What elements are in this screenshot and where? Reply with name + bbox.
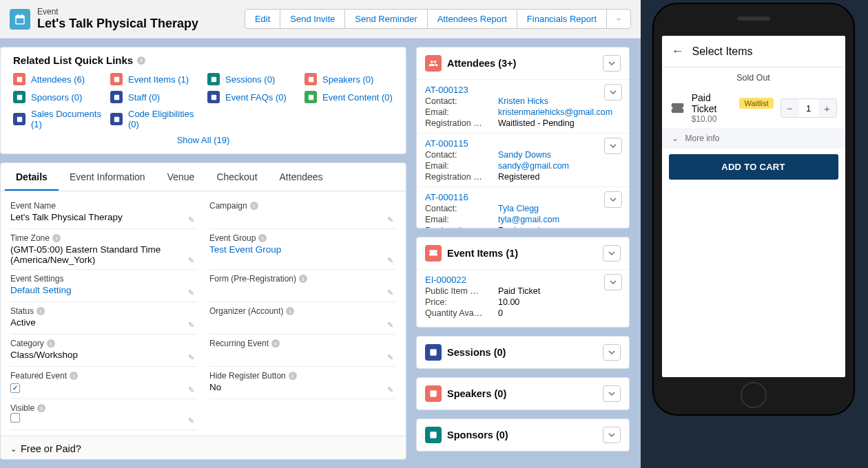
- checkbox[interactable]: [10, 383, 20, 393]
- contact-link[interactable]: Kristen Hicks: [498, 96, 548, 106]
- row-menu-button[interactable]: [604, 274, 622, 290]
- tab-venue[interactable]: Venue: [156, 163, 206, 191]
- detail-field[interactable]: Event Group iTest Event Group✎: [209, 229, 396, 270]
- email-link[interactable]: sandy@gmail.com: [498, 161, 569, 171]
- info-icon[interactable]: i: [70, 372, 78, 380]
- detail-field[interactable]: Hide Register Button iNo✎: [209, 367, 396, 399]
- detail-field[interactable]: Time Zone i(GMT-05:00) Eastern Standard …: [10, 229, 197, 270]
- detail-field[interactable]: Visible i✎: [10, 399, 197, 430]
- widget-menu-button[interactable]: [603, 344, 621, 361]
- detail-field[interactable]: Form (Pre-Registration) i✎: [209, 270, 396, 302]
- detail-field[interactable]: Event SettingsDefault Setting✎: [10, 270, 197, 302]
- tab-event-information[interactable]: Event Information: [59, 163, 156, 191]
- pencil-icon[interactable]: ✎: [188, 215, 194, 224]
- pencil-icon[interactable]: ✎: [387, 256, 393, 265]
- contact-link[interactable]: Sandy Downs: [498, 150, 551, 160]
- pencil-icon[interactable]: ✎: [188, 385, 194, 394]
- row-menu-button[interactable]: [604, 191, 622, 208]
- detail-field[interactable]: Category iClass/Workshop✎: [10, 334, 197, 367]
- quick-link-label[interactable]: Sales Documents (1): [31, 109, 102, 129]
- quick-link-item[interactable]: Event Content (0): [304, 91, 393, 103]
- info-icon[interactable]: i: [52, 234, 61, 242]
- detail-field[interactable]: Featured Event i✎: [10, 367, 197, 399]
- info-icon[interactable]: i: [289, 372, 297, 380]
- financials-report-button[interactable]: Financials Report: [517, 9, 607, 29]
- info-icon[interactable]: i: [286, 307, 294, 315]
- pencil-icon[interactable]: ✎: [188, 321, 194, 330]
- email-link[interactable]: tyla@gmail.com: [498, 215, 559, 224]
- attendees-report-button[interactable]: Attendees Report: [427, 9, 517, 29]
- attendee-id-link[interactable]: AT-000123: [425, 85, 468, 95]
- quick-link-item[interactable]: Speakers (0): [304, 73, 393, 85]
- info-icon[interactable]: i: [271, 339, 280, 348]
- detail-field[interactable]: Recurring Event i✎: [209, 334, 396, 367]
- tab-attendees[interactable]: Attendees: [269, 163, 334, 191]
- pencil-icon[interactable]: ✎: [188, 353, 194, 362]
- quick-link-item[interactable]: Sales Documents (1): [13, 109, 102, 129]
- quick-link-label[interactable]: Sponsors (0): [31, 92, 82, 103]
- quick-link-label[interactable]: Event Items (1): [128, 74, 189, 85]
- quick-link-item[interactable]: Sessions (0): [207, 73, 296, 85]
- tab-details[interactable]: Details: [5, 163, 59, 191]
- detail-field[interactable]: Status iActive✎: [10, 302, 197, 334]
- quick-link-label[interactable]: Staff (0): [128, 92, 160, 103]
- quick-link-item[interactable]: Event Items (1): [110, 73, 199, 85]
- chevron-down-icon: ⌄: [672, 134, 679, 143]
- row-menu-button[interactable]: [604, 138, 622, 154]
- tab-checkout[interactable]: Checkout: [205, 163, 268, 191]
- quick-link-item[interactable]: Sponsors (0): [13, 91, 102, 103]
- pencil-icon[interactable]: ✎: [387, 385, 393, 394]
- more-actions-button[interactable]: [606, 9, 631, 29]
- email-link[interactable]: kristenmariehicks@gmail.com: [498, 107, 612, 117]
- qty-increment-button[interactable]: +: [818, 99, 836, 117]
- more-info-row[interactable]: ⌄ More info: [662, 128, 845, 149]
- pencil-icon[interactable]: ✎: [387, 353, 393, 362]
- detail-field[interactable]: Organizer (Account) i✎: [209, 302, 396, 334]
- send-reminder-button[interactable]: Send Reminder: [344, 9, 427, 29]
- section-free-or-paid[interactable]: ⌄ Free or Paid?: [1, 436, 406, 460]
- pencil-icon[interactable]: ✎: [387, 215, 393, 224]
- quick-link-label[interactable]: Speakers (0): [322, 74, 373, 85]
- pencil-icon[interactable]: ✎: [188, 256, 194, 265]
- pencil-icon[interactable]: ✎: [387, 288, 393, 297]
- add-to-cart-button[interactable]: ADD TO CART: [669, 154, 838, 180]
- quick-link-label[interactable]: Event FAQs (0): [225, 92, 287, 103]
- attendee-id-link[interactable]: AT-000116: [425, 192, 468, 202]
- phone-home-button[interactable]: [741, 382, 767, 408]
- info-icon[interactable]: i: [137, 56, 145, 65]
- quick-link-item[interactable]: Event FAQs (0): [207, 91, 296, 103]
- show-all-link[interactable]: Show All (19): [177, 135, 230, 145]
- qty-decrement-button[interactable]: −: [781, 99, 799, 117]
- widget-menu-button[interactable]: [603, 427, 621, 443]
- quick-link-label[interactable]: Event Content (0): [322, 92, 393, 103]
- registration-status: Registered: [498, 226, 539, 228]
- info-icon[interactable]: i: [37, 404, 45, 412]
- attendee-id-link[interactable]: AT-000115: [425, 138, 468, 149]
- quick-link-label[interactable]: Code Eligibilities (0): [128, 109, 199, 129]
- edit-button[interactable]: Edit: [245, 9, 280, 29]
- event-item-id-link[interactable]: EI-000022: [425, 275, 466, 285]
- quick-link-item[interactable]: Code Eligibilities (0): [110, 109, 199, 129]
- info-icon[interactable]: i: [299, 275, 307, 283]
- detail-field[interactable]: Event NameLet's Talk Physical Therapy✎: [10, 197, 197, 229]
- checkbox[interactable]: [10, 413, 20, 423]
- pencil-icon[interactable]: ✎: [188, 288, 194, 297]
- send-invite-button[interactable]: Send Invite: [280, 9, 345, 29]
- detail-field[interactable]: Campaign i✎: [209, 197, 396, 229]
- info-icon[interactable]: i: [37, 307, 45, 315]
- widget-menu-button[interactable]: [603, 385, 621, 402]
- event-items-menu-button[interactable]: [603, 245, 621, 262]
- pencil-icon[interactable]: ✎: [188, 416, 194, 425]
- row-menu-button[interactable]: [604, 84, 622, 100]
- info-icon[interactable]: i: [258, 234, 267, 242]
- info-icon[interactable]: i: [250, 202, 258, 210]
- quick-link-item[interactable]: Staff (0): [110, 91, 199, 103]
- pencil-icon[interactable]: ✎: [387, 321, 393, 330]
- attendees-menu-button[interactable]: [603, 55, 621, 72]
- back-arrow-icon[interactable]: ←: [672, 44, 684, 58]
- quick-link-label[interactable]: Attendees (6): [31, 74, 85, 85]
- contact-link[interactable]: Tyla Clegg: [498, 204, 539, 213]
- quick-link-label[interactable]: Sessions (0): [225, 74, 275, 85]
- info-icon[interactable]: i: [47, 339, 55, 348]
- quick-link-item[interactable]: Attendees (6): [13, 73, 102, 85]
